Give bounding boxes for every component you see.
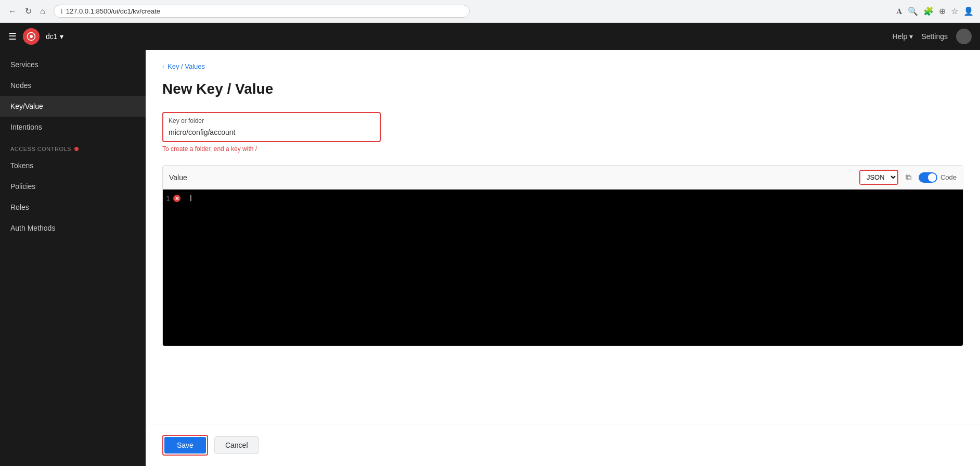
- dc-selector[interactable]: dc1 ▾: [46, 32, 63, 41]
- browser-chrome: ← ↻ ⌂ ℹ 127.0.0.1:8500/ui/dc1/kv/create …: [0, 0, 980, 23]
- line-numbers: 1: [163, 190, 173, 208]
- main-layout: Services Nodes Key/Value Intentions ACCE…: [0, 50, 980, 466]
- sidebar-item-auth-methods[interactable]: Auth Methods: [0, 218, 146, 238]
- filter-icon[interactable]: ⊕: [939, 6, 946, 16]
- code-toggle-label: Code: [940, 173, 957, 181]
- sidebar-item-services[interactable]: Services: [0, 54, 146, 75]
- cancel-button[interactable]: Cancel: [214, 436, 259, 454]
- back-button[interactable]: ←: [6, 5, 19, 18]
- breadcrumb-arrow: ‹: [162, 63, 164, 70]
- toggle-knob: [928, 173, 936, 182]
- profile-icon[interactable]: 👤: [963, 6, 974, 16]
- search-icon[interactable]: 🔍: [908, 6, 918, 16]
- code-toggle: Code: [919, 172, 957, 183]
- url-display: 127.0.0.1:8500/ui/dc1/kv/create: [66, 7, 160, 15]
- form-section: Key or folder To create a folder, end a …: [162, 112, 963, 153]
- sidebar-item-tokens[interactable]: Tokens: [0, 155, 146, 176]
- breadcrumb-link[interactable]: Key / Values: [167, 62, 205, 70]
- user-avatar[interactable]: [956, 29, 972, 44]
- home-button[interactable]: ⌂: [38, 5, 47, 18]
- format-selector-wrapper: JSON: [859, 170, 898, 185]
- key-folder-input[interactable]: [169, 128, 375, 136]
- sidebar-item-roles[interactable]: Roles: [0, 197, 146, 218]
- page-title: New Key / Value: [162, 81, 963, 97]
- sidebar-item-intentions[interactable]: Intentions: [0, 117, 146, 137]
- hamburger-icon[interactable]: ☰: [8, 31, 17, 42]
- key-folder-label: Key or folder: [169, 117, 375, 124]
- svg-point-1: [30, 35, 33, 38]
- consul-logo: [23, 28, 40, 45]
- top-bar-right: Help ▾ Settings: [893, 29, 972, 44]
- sidebar: Services Nodes Key/Value Intentions ACCE…: [0, 50, 146, 466]
- reading-mode-icon[interactable]: 𝐀: [896, 7, 902, 16]
- bottom-actions: Save Cancel: [146, 424, 980, 466]
- top-bar: ☰ dc1 ▾ Help ▾ Settings: [0, 23, 980, 50]
- value-section: Value JSON ⧉ Code: [162, 165, 963, 346]
- extensions-icon[interactable]: 🧩: [923, 6, 934, 16]
- content-area: ‹ Key / Values New Key / Value Key or fo…: [146, 50, 980, 424]
- save-btn-wrapper: Save: [162, 435, 208, 456]
- value-header: Value JSON ⧉ Code: [163, 166, 963, 190]
- nav-buttons: ← ↻ ⌂: [6, 4, 47, 18]
- error-indicator: ✕: [173, 195, 180, 202]
- toggle-switch[interactable]: [919, 172, 937, 183]
- sidebar-item-nodes[interactable]: Nodes: [0, 75, 146, 96]
- save-button[interactable]: Save: [164, 437, 206, 454]
- bookmark-icon[interactable]: ☆: [951, 6, 958, 16]
- format-selector[interactable]: JSON: [860, 171, 897, 184]
- sidebar-item-policies[interactable]: Policies: [0, 176, 146, 197]
- copy-button[interactable]: ⧉: [902, 171, 914, 184]
- folder-hint: To create a folder, end a key with /: [162, 145, 963, 153]
- content-inner: ‹ Key / Values New Key / Value Key or fo…: [146, 50, 980, 359]
- browser-icons: 𝐀 🔍 🧩 ⊕ ☆ 👤: [896, 6, 974, 16]
- address-bar[interactable]: ℹ 127.0.0.1:8500/ui/dc1/kv/create: [54, 5, 470, 18]
- access-controls-badge: [74, 147, 79, 151]
- breadcrumb: ‹ Key / Values: [162, 62, 963, 70]
- help-button[interactable]: Help ▾: [893, 32, 913, 41]
- settings-button[interactable]: Settings: [921, 32, 948, 41]
- key-folder-container: Key or folder: [162, 112, 381, 142]
- editor-area[interactable]: 1 ✕ |: [163, 190, 963, 346]
- value-controls: JSON ⧉ Code: [859, 170, 957, 185]
- sidebar-item-kv[interactable]: Key/Value: [0, 96, 146, 117]
- access-controls-section: ACCESS CONTROLS: [0, 137, 146, 155]
- value-label: Value: [169, 173, 187, 182]
- editor-cursor: |: [189, 194, 193, 201]
- app-container: ☰ dc1 ▾ Help ▾ Settings Services: [0, 23, 980, 466]
- refresh-button[interactable]: ↻: [23, 4, 34, 18]
